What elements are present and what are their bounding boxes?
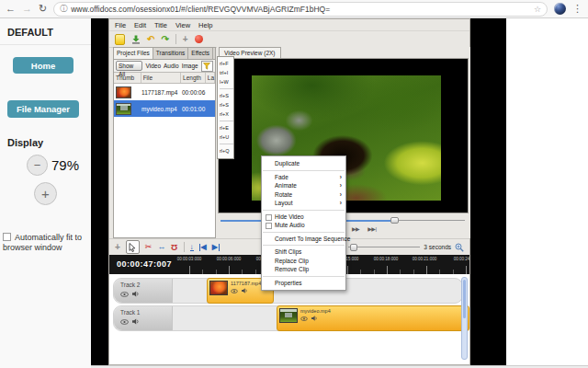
tab-transitions[interactable]: Transitions [153,48,189,59]
new-project-icon[interactable] [115,34,125,45]
add-icon[interactable]: + [183,35,188,44]
menu-shortcut[interactable]: trl+I [220,68,233,77]
col-file[interactable]: File [141,73,181,83]
project-files-panel: Project Files Transitions Effects Show A… [113,47,216,238]
file-manager-button[interactable]: File Manager [7,100,79,118]
filter-image-button[interactable]: Image [182,63,198,69]
browser-menu-icon[interactable]: ⋮ [572,3,582,15]
clip-context-menu: Duplicate Fade› Animate› Rotate› Layout›… [261,155,346,291]
context-item-hide-video[interactable]: Hide Video [262,213,345,222]
reload-icon[interactable]: ↻ [39,4,47,14]
timeline-clip-myvideo[interactable]: myvideo.mp4 [277,305,469,331]
zoom-slider-handle[interactable] [350,244,357,251]
col-label[interactable]: La [206,73,215,83]
context-item-convert-to-image-sequence[interactable]: Convert To Image Sequence [262,235,345,244]
filter-audio-button[interactable]: Audio [164,63,179,69]
add-marker-icon[interactable]: ↓ [190,244,194,251]
undo-icon[interactable]: ↶ [147,35,154,44]
menu-shortcut[interactable]: rl+X [220,109,233,119]
bookmark-star-icon[interactable]: ☆ [534,5,541,14]
jump-end-icon[interactable]: ▶▶| [368,225,376,232]
zoom-in-button[interactable]: + [34,182,57,205]
menu-view[interactable]: View [175,21,190,29]
ruler-tick: 00:00:21:000 [413,257,436,261]
site-info-icon[interactable]: ⓘ [60,4,67,14]
file-row-2[interactable]: myvideo.mp4 00:01:00 [114,100,215,117]
menu-file[interactable]: File [115,21,126,29]
resize-tool-icon[interactable]: ↔ [157,243,165,251]
context-item-rotate[interactable]: Rotate› [262,190,345,200]
filter-show-all-button[interactable]: Show All [116,61,142,71]
file-length: 00:01:00 [182,106,207,112]
funnel-icon [203,63,210,70]
menu-shortcut[interactable]: rl+E [220,123,233,132]
tab-project-files[interactable]: Project Files [114,48,153,59]
speaker-icon[interactable] [132,291,140,297]
previous-marker-icon[interactable]: ◀ [199,244,207,251]
context-item-shift-clips[interactable]: Shift Clips [262,247,345,257]
context-item-duplicate[interactable]: Duplicate [262,159,345,168]
zoom-out-button[interactable]: − [27,155,48,176]
context-item-animate[interactable]: Animate› [262,181,345,190]
menu-shortcut[interactable]: rl+S [220,91,233,100]
forward-icon[interactable]: → [22,4,32,14]
add-track-icon[interactable]: + [115,243,120,252]
zoom-in-magnifier-icon[interactable] [455,243,464,252]
scrollbar-thumb[interactable] [463,280,466,318]
eye-icon[interactable] [120,292,129,297]
menu-shortcut[interactable]: rl+S [220,100,233,109]
timeline-zoom-slider[interactable] [348,244,420,251]
filter-video-button[interactable]: Video [145,63,161,69]
tab-effects[interactable]: Effects [188,48,213,59]
menu-title[interactable]: Title [154,21,167,29]
url-text[interactable]: www.offidocs.com/osessionx01/#/client/RE… [71,5,530,14]
menu-shortcut[interactable]: rl+U [220,132,233,142]
eye-icon[interactable] [231,289,238,293]
clip-label: myvideo.mp4 [300,308,331,314]
back-icon[interactable]: ← [6,4,16,14]
seek-handle[interactable] [390,217,399,224]
filter-search-box[interactable] [201,61,213,72]
redo-icon[interactable]: ↷ [161,35,168,44]
razor-tool-icon[interactable]: ✂ [145,243,153,251]
fit-label-line2: browser window [3,243,82,253]
context-item-fade[interactable]: Fade› [262,173,345,182]
col-thumb[interactable]: Thumb [114,73,141,83]
context-item-replace-clip[interactable]: Replace Clip [262,257,345,266]
url-bar[interactable]: ⓘ www.offidocs.com/osessionx01/#/client/… [53,2,548,17]
speaker-icon[interactable] [311,316,318,321]
tracks-vertical-scrollbar[interactable] [461,277,468,360]
col-length[interactable]: Length [181,73,206,83]
menu-shortcut[interactable]: l+W [220,77,233,86]
next-marker-icon[interactable]: ▶ [212,244,220,251]
speaker-icon[interactable] [242,288,248,293]
menu-shortcut[interactable]: rl+F [220,59,233,68]
context-item-mute-audio[interactable]: Mute Audio [262,221,345,230]
context-item-properties[interactable]: Properties [262,279,345,288]
export-record-icon[interactable] [195,35,203,43]
menu-help[interactable]: Help [198,21,212,29]
selection-tool-button[interactable] [126,240,140,254]
track-header[interactable]: Track 1 [114,306,173,330]
eye-icon[interactable] [300,316,308,321]
context-item-label: Animate [275,182,297,189]
menu-separator [220,121,233,121]
file-row-1[interactable]: 1177187.mp4 00:00:06 [114,84,215,100]
snapping-magnet-icon[interactable]: Ω [171,243,177,251]
menu-shortcut[interactable]: rl+Q [220,146,233,155]
track-toggles [120,291,172,297]
context-item-label: Fade [275,174,288,180]
eye-icon[interactable] [120,319,129,325]
menu-edit[interactable]: Edit [134,21,146,29]
context-item-remove-clip[interactable]: Remove Clip [262,265,345,274]
track-header[interactable]: Track 2 [114,279,173,303]
profile-avatar[interactable] [554,3,566,15]
speaker-icon[interactable] [132,318,140,325]
home-button[interactable]: Home [13,57,74,74]
playhead-timecode: 00:00:47:007 [117,259,172,269]
import-files-icon[interactable] [131,35,141,44]
context-item-layout[interactable]: Layout› [262,199,345,208]
fit-checkbox[interactable] [3,233,11,241]
ruler-tick: 00:00:03:000 [177,257,201,261]
fast-forward-icon[interactable]: ▶▶ [352,225,359,232]
